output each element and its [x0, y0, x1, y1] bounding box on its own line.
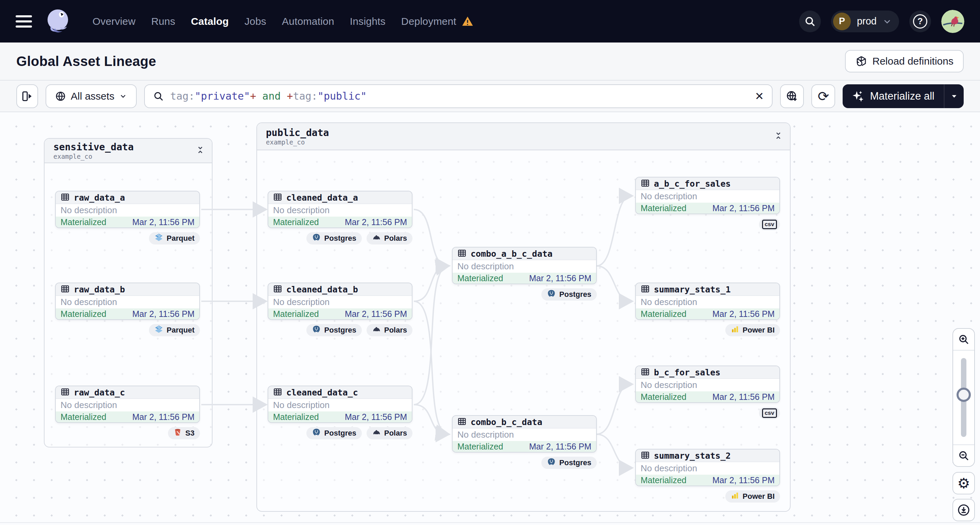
nav-item-automation[interactable]: Automation — [282, 16, 334, 27]
asset-node-combo_a_b_c_data[interactable]: combo_a_b_c_data No description Material… — [452, 247, 597, 284]
asset-description: No description — [56, 399, 199, 411]
kind-badge-label: Polars — [384, 429, 407, 438]
kind-badge-powerbi[interactable]: Power BI — [725, 324, 780, 336]
kind-badge-powerbi[interactable]: Power BI — [725, 490, 780, 503]
asset-description: No description — [56, 204, 199, 216]
kind-badge-postgres[interactable]: Postgres — [306, 232, 362, 245]
kind-badge-polars[interactable]: Polars — [367, 427, 412, 439]
nav-item-deployment[interactable]: Deployment — [401, 16, 473, 27]
query-segment: "private" — [195, 90, 250, 102]
refresh-button[interactable]: ⟳ — [811, 84, 835, 108]
asset-badges: Postgres — [452, 288, 597, 301]
kind-badge-parquet[interactable]: Parquet — [149, 324, 200, 336]
nav-item-runs[interactable]: Runs — [151, 16, 175, 27]
asset-node-raw_data_b[interactable]: raw_data_b No description Materialized M… — [55, 283, 200, 320]
materialized-timestamp[interactable]: Mar 2, 11:56 PM — [345, 217, 407, 227]
search-button[interactable] — [799, 11, 821, 32]
kind-badge-parquet[interactable]: Parquet — [149, 232, 200, 245]
materialized-status: Materialized — [641, 309, 687, 319]
materialized-timestamp[interactable]: Mar 2, 11:56 PM — [713, 203, 775, 213]
asset-node-raw_data_c[interactable]: raw_data_c No description Materialized M… — [55, 386, 200, 423]
table-icon — [457, 248, 466, 259]
materialized-timestamp[interactable]: Mar 2, 11:56 PM — [713, 309, 775, 319]
asset-node-summary_stats_2[interactable]: summary_stats_2 No description Materiali… — [635, 449, 780, 486]
asset-node-summary_stats_1[interactable]: summary_stats_1 No description Materiali… — [635, 283, 780, 320]
asset-node-header: cleaned_data_c — [268, 386, 412, 399]
materialized-timestamp[interactable]: Mar 2, 11:56 PM — [713, 476, 775, 485]
kind-badge-polars[interactable]: Polars — [367, 232, 412, 245]
asset-node-cleaned_data_c[interactable]: cleaned_data_c No description Materializ… — [267, 386, 412, 423]
zoom-in-icon — [958, 334, 969, 345]
materialized-timestamp[interactable]: Mar 2, 11:56 PM — [345, 412, 407, 422]
asset-selection-syntax-button[interactable] — [780, 84, 804, 108]
asset-status-row: Materialized Mar 2, 11:56 PM — [636, 391, 780, 402]
asset-node-b_c_for_sales[interactable]: b_c_for_sales No description Materialize… — [635, 366, 780, 403]
menu-icon[interactable] — [16, 15, 32, 27]
reload-definitions-button[interactable]: Reload definitions — [845, 50, 964, 72]
lineage-canvas[interactable]: ⚙ sensitive_data example_co public_data … — [0, 112, 980, 525]
clear-search-icon[interactable]: ✕ — [755, 90, 764, 103]
kind-badge-postgres[interactable]: Postgres — [541, 457, 597, 469]
table-icon — [457, 417, 466, 427]
user-avatar[interactable] — [941, 10, 964, 33]
materialize-options-button[interactable] — [944, 84, 964, 108]
search-query: tag:"private"+ and +tag:"public" — [170, 90, 367, 102]
asset-name: combo_b_c_data — [471, 417, 542, 427]
graph-settings-button[interactable]: ⚙ — [953, 472, 975, 495]
asset-badges: csv — [635, 407, 780, 419]
asset-node-combo_b_c_data[interactable]: combo_b_c_data No description Materializ… — [452, 415, 597, 453]
zoom-slider[interactable] — [953, 350, 974, 445]
kind-badge-csv[interactable]: csv — [759, 407, 780, 419]
asset-node-cleaned_data_b[interactable]: cleaned_data_b No description Materializ… — [267, 283, 412, 320]
dagster-logo-icon[interactable] — [43, 7, 72, 36]
postgres-icon — [312, 428, 321, 439]
zoom-out-button[interactable] — [953, 445, 974, 466]
materialized-timestamp[interactable]: Mar 2, 11:56 PM — [345, 309, 407, 319]
asset-name: cleaned_data_a — [286, 193, 358, 203]
kind-badge-postgres[interactable]: Postgres — [541, 288, 597, 301]
materialized-status: Materialized — [273, 412, 319, 422]
materialized-timestamp[interactable]: Mar 2, 11:56 PM — [132, 309, 194, 319]
materialized-timestamp[interactable]: Mar 2, 11:56 PM — [713, 392, 775, 402]
zoom-out-icon — [958, 450, 969, 461]
asset-node-a_b_c_for_sales[interactable]: a_b_c_for_sales No description Materiali… — [635, 177, 780, 214]
asset-badges: Power BI — [635, 324, 780, 336]
materialized-timestamp[interactable]: Mar 2, 11:56 PM — [529, 442, 591, 452]
materialize-all-button[interactable]: Materialize all — [843, 84, 944, 108]
sidebar-toggle-button[interactable] — [16, 84, 38, 108]
nav-item-jobs[interactable]: Jobs — [245, 16, 266, 27]
asset-name: combo_a_b_c_data — [471, 249, 552, 259]
kind-badge-s3[interactable]: S3 — [168, 427, 200, 439]
kind-badge-polars[interactable]: Polars — [367, 324, 412, 336]
kind-badge-label: Postgres — [559, 458, 591, 467]
table-icon — [641, 284, 650, 295]
asset-badges: Postgres — [452, 457, 597, 469]
kind-badge-label: Power BI — [743, 326, 775, 334]
download-image-button[interactable] — [953, 499, 975, 521]
nav-item-catalog[interactable]: Catalog — [191, 16, 229, 27]
nav-item-overview[interactable]: Overview — [92, 16, 136, 27]
query-segment: tag: — [293, 90, 318, 102]
materialized-status: Materialized — [273, 309, 319, 319]
asset-search-input[interactable]: tag:"private"+ and +tag:"public" ✕ — [144, 84, 773, 108]
materialized-timestamp[interactable]: Mar 2, 11:56 PM — [529, 274, 591, 283]
zoom-slider-thumb[interactable] — [956, 388, 971, 402]
asset-status-row: Materialized Mar 2, 11:56 PM — [56, 411, 199, 422]
materialized-status: Materialized — [457, 274, 503, 283]
asset-scope-dropdown[interactable]: All assets — [46, 84, 137, 108]
asset-node-cleaned_data_a[interactable]: cleaned_data_a No description Materializ… — [267, 191, 412, 228]
kind-badge-csv[interactable]: csv — [759, 218, 780, 231]
help-button[interactable]: ? — [909, 11, 931, 32]
materialized-timestamp[interactable]: Mar 2, 11:56 PM — [132, 412, 194, 422]
asset-node-raw_data_a[interactable]: raw_data_a No description Materialized M… — [55, 191, 200, 228]
materialized-status: Materialized — [641, 476, 687, 485]
zoom-in-button[interactable] — [953, 329, 974, 350]
postgres-icon — [547, 289, 556, 300]
query-segment: + — [287, 90, 293, 102]
nav-item-insights[interactable]: Insights — [350, 16, 386, 27]
kind-badge-postgres[interactable]: Postgres — [306, 427, 362, 439]
asset-name: cleaned_data_b — [286, 285, 358, 294]
deployment-switcher[interactable]: P prod — [831, 11, 899, 32]
materialized-timestamp[interactable]: Mar 2, 11:56 PM — [132, 217, 194, 227]
kind-badge-postgres[interactable]: Postgres — [306, 324, 362, 336]
